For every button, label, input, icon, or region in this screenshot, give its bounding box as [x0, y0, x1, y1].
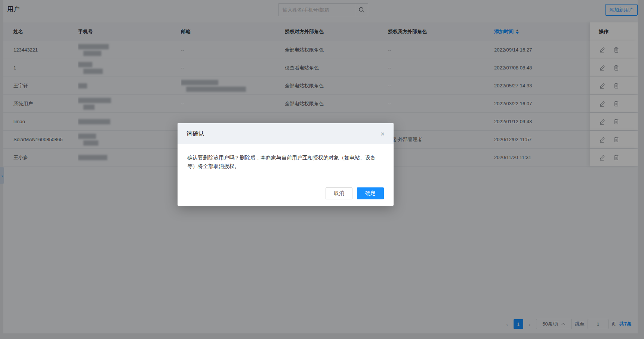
dialog-footer: 取消 确定	[178, 181, 394, 206]
dialog-message: 确认要删除该用户吗？删除后，本商家与当前用户互相授权的对象（如电站、设备等）将全…	[178, 144, 394, 181]
dialog-title: 请确认	[187, 130, 204, 138]
close-icon[interactable]: ×	[380, 130, 385, 137]
confirm-button[interactable]: 确定	[357, 187, 384, 199]
confirm-delete-dialog: 请确认 × 确认要删除该用户吗？删除后，本商家与当前用户互相授权的对象（如电站、…	[178, 123, 394, 206]
dialog-header: 请确认 ×	[178, 123, 394, 144]
cancel-button[interactable]: 取消	[326, 187, 352, 199]
